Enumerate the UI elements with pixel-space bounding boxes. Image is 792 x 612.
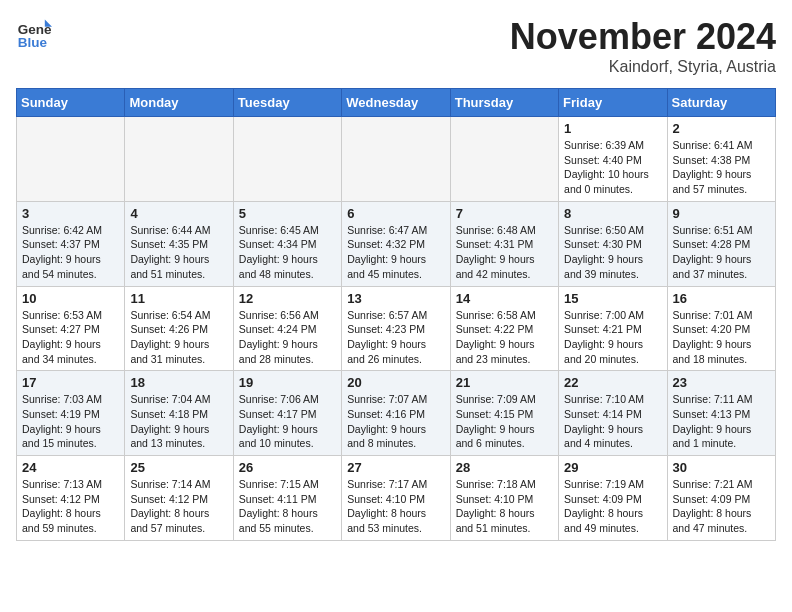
logo: General Blue <box>16 16 52 52</box>
day-number: 21 <box>456 375 553 390</box>
calendar-cell <box>125 117 233 202</box>
day-info: Sunrise: 6:51 AM Sunset: 4:28 PM Dayligh… <box>673 223 770 282</box>
calendar-cell: 14Sunrise: 6:58 AM Sunset: 4:22 PM Dayli… <box>450 286 558 371</box>
day-info: Sunrise: 7:13 AM Sunset: 4:12 PM Dayligh… <box>22 477 119 536</box>
day-info: Sunrise: 6:45 AM Sunset: 4:34 PM Dayligh… <box>239 223 336 282</box>
calendar-cell: 11Sunrise: 6:54 AM Sunset: 4:26 PM Dayli… <box>125 286 233 371</box>
calendar-cell: 10Sunrise: 6:53 AM Sunset: 4:27 PM Dayli… <box>17 286 125 371</box>
day-number: 11 <box>130 291 227 306</box>
day-info: Sunrise: 6:39 AM Sunset: 4:40 PM Dayligh… <box>564 138 661 197</box>
day-number: 30 <box>673 460 770 475</box>
day-info: Sunrise: 6:58 AM Sunset: 4:22 PM Dayligh… <box>456 308 553 367</box>
day-info: Sunrise: 7:01 AM Sunset: 4:20 PM Dayligh… <box>673 308 770 367</box>
calendar-cell: 17Sunrise: 7:03 AM Sunset: 4:19 PM Dayli… <box>17 371 125 456</box>
month-title: November 2024 <box>510 16 776 58</box>
day-info: Sunrise: 7:19 AM Sunset: 4:09 PM Dayligh… <box>564 477 661 536</box>
calendar-cell: 8Sunrise: 6:50 AM Sunset: 4:30 PM Daylig… <box>559 201 667 286</box>
calendar-week-row: 10Sunrise: 6:53 AM Sunset: 4:27 PM Dayli… <box>17 286 776 371</box>
calendar-cell: 30Sunrise: 7:21 AM Sunset: 4:09 PM Dayli… <box>667 456 775 541</box>
day-info: Sunrise: 6:44 AM Sunset: 4:35 PM Dayligh… <box>130 223 227 282</box>
day-info: Sunrise: 7:00 AM Sunset: 4:21 PM Dayligh… <box>564 308 661 367</box>
calendar-cell: 23Sunrise: 7:11 AM Sunset: 4:13 PM Dayli… <box>667 371 775 456</box>
day-number: 18 <box>130 375 227 390</box>
day-info: Sunrise: 6:50 AM Sunset: 4:30 PM Dayligh… <box>564 223 661 282</box>
day-number: 16 <box>673 291 770 306</box>
calendar-week-row: 1Sunrise: 6:39 AM Sunset: 4:40 PM Daylig… <box>17 117 776 202</box>
day-number: 12 <box>239 291 336 306</box>
weekday-header-friday: Friday <box>559 89 667 117</box>
day-number: 13 <box>347 291 444 306</box>
day-info: Sunrise: 6:53 AM Sunset: 4:27 PM Dayligh… <box>22 308 119 367</box>
day-number: 25 <box>130 460 227 475</box>
title-block: November 2024 Kaindorf, Styria, Austria <box>510 16 776 76</box>
weekday-header-saturday: Saturday <box>667 89 775 117</box>
day-info: Sunrise: 7:11 AM Sunset: 4:13 PM Dayligh… <box>673 392 770 451</box>
day-info: Sunrise: 7:09 AM Sunset: 4:15 PM Dayligh… <box>456 392 553 451</box>
day-number: 28 <box>456 460 553 475</box>
calendar-cell: 27Sunrise: 7:17 AM Sunset: 4:10 PM Dayli… <box>342 456 450 541</box>
calendar-cell <box>342 117 450 202</box>
day-info: Sunrise: 7:21 AM Sunset: 4:09 PM Dayligh… <box>673 477 770 536</box>
calendar-cell: 29Sunrise: 7:19 AM Sunset: 4:09 PM Dayli… <box>559 456 667 541</box>
day-number: 17 <box>22 375 119 390</box>
day-info: Sunrise: 7:18 AM Sunset: 4:10 PM Dayligh… <box>456 477 553 536</box>
day-info: Sunrise: 7:10 AM Sunset: 4:14 PM Dayligh… <box>564 392 661 451</box>
day-info: Sunrise: 7:06 AM Sunset: 4:17 PM Dayligh… <box>239 392 336 451</box>
calendar-cell: 3Sunrise: 6:42 AM Sunset: 4:37 PM Daylig… <box>17 201 125 286</box>
calendar-cell: 19Sunrise: 7:06 AM Sunset: 4:17 PM Dayli… <box>233 371 341 456</box>
day-info: Sunrise: 6:47 AM Sunset: 4:32 PM Dayligh… <box>347 223 444 282</box>
location-title: Kaindorf, Styria, Austria <box>510 58 776 76</box>
calendar-cell: 4Sunrise: 6:44 AM Sunset: 4:35 PM Daylig… <box>125 201 233 286</box>
calendar-cell: 7Sunrise: 6:48 AM Sunset: 4:31 PM Daylig… <box>450 201 558 286</box>
weekday-header-tuesday: Tuesday <box>233 89 341 117</box>
logo-icon: General Blue <box>16 16 52 52</box>
calendar-header-row: SundayMondayTuesdayWednesdayThursdayFrid… <box>17 89 776 117</box>
weekday-header-sunday: Sunday <box>17 89 125 117</box>
calendar-cell: 15Sunrise: 7:00 AM Sunset: 4:21 PM Dayli… <box>559 286 667 371</box>
calendar-week-row: 24Sunrise: 7:13 AM Sunset: 4:12 PM Dayli… <box>17 456 776 541</box>
calendar-week-row: 17Sunrise: 7:03 AM Sunset: 4:19 PM Dayli… <box>17 371 776 456</box>
calendar-week-row: 3Sunrise: 6:42 AM Sunset: 4:37 PM Daylig… <box>17 201 776 286</box>
day-number: 15 <box>564 291 661 306</box>
day-number: 26 <box>239 460 336 475</box>
day-number: 24 <box>22 460 119 475</box>
day-number: 9 <box>673 206 770 221</box>
day-number: 14 <box>456 291 553 306</box>
calendar-cell: 26Sunrise: 7:15 AM Sunset: 4:11 PM Dayli… <box>233 456 341 541</box>
day-info: Sunrise: 6:41 AM Sunset: 4:38 PM Dayligh… <box>673 138 770 197</box>
day-number: 19 <box>239 375 336 390</box>
day-number: 1 <box>564 121 661 136</box>
calendar-cell: 6Sunrise: 6:47 AM Sunset: 4:32 PM Daylig… <box>342 201 450 286</box>
calendar-cell: 16Sunrise: 7:01 AM Sunset: 4:20 PM Dayli… <box>667 286 775 371</box>
calendar-cell: 12Sunrise: 6:56 AM Sunset: 4:24 PM Dayli… <box>233 286 341 371</box>
calendar-cell: 1Sunrise: 6:39 AM Sunset: 4:40 PM Daylig… <box>559 117 667 202</box>
day-number: 10 <box>22 291 119 306</box>
day-info: Sunrise: 7:07 AM Sunset: 4:16 PM Dayligh… <box>347 392 444 451</box>
day-info: Sunrise: 6:56 AM Sunset: 4:24 PM Dayligh… <box>239 308 336 367</box>
day-info: Sunrise: 7:04 AM Sunset: 4:18 PM Dayligh… <box>130 392 227 451</box>
calendar-cell: 18Sunrise: 7:04 AM Sunset: 4:18 PM Dayli… <box>125 371 233 456</box>
calendar-cell: 9Sunrise: 6:51 AM Sunset: 4:28 PM Daylig… <box>667 201 775 286</box>
calendar-cell: 25Sunrise: 7:14 AM Sunset: 4:12 PM Dayli… <box>125 456 233 541</box>
day-info: Sunrise: 7:14 AM Sunset: 4:12 PM Dayligh… <box>130 477 227 536</box>
day-info: Sunrise: 7:17 AM Sunset: 4:10 PM Dayligh… <box>347 477 444 536</box>
calendar-cell <box>17 117 125 202</box>
day-info: Sunrise: 6:57 AM Sunset: 4:23 PM Dayligh… <box>347 308 444 367</box>
svg-text:Blue: Blue <box>18 35 48 50</box>
day-number: 2 <box>673 121 770 136</box>
calendar-cell <box>233 117 341 202</box>
calendar-cell: 28Sunrise: 7:18 AM Sunset: 4:10 PM Dayli… <box>450 456 558 541</box>
calendar-cell: 5Sunrise: 6:45 AM Sunset: 4:34 PM Daylig… <box>233 201 341 286</box>
day-number: 3 <box>22 206 119 221</box>
day-number: 27 <box>347 460 444 475</box>
calendar: SundayMondayTuesdayWednesdayThursdayFrid… <box>16 88 776 541</box>
day-info: Sunrise: 6:42 AM Sunset: 4:37 PM Dayligh… <box>22 223 119 282</box>
day-info: Sunrise: 6:54 AM Sunset: 4:26 PM Dayligh… <box>130 308 227 367</box>
calendar-cell: 2Sunrise: 6:41 AM Sunset: 4:38 PM Daylig… <box>667 117 775 202</box>
day-number: 20 <box>347 375 444 390</box>
calendar-cell: 22Sunrise: 7:10 AM Sunset: 4:14 PM Dayli… <box>559 371 667 456</box>
weekday-header-thursday: Thursday <box>450 89 558 117</box>
calendar-cell: 24Sunrise: 7:13 AM Sunset: 4:12 PM Dayli… <box>17 456 125 541</box>
day-number: 6 <box>347 206 444 221</box>
day-number: 23 <box>673 375 770 390</box>
